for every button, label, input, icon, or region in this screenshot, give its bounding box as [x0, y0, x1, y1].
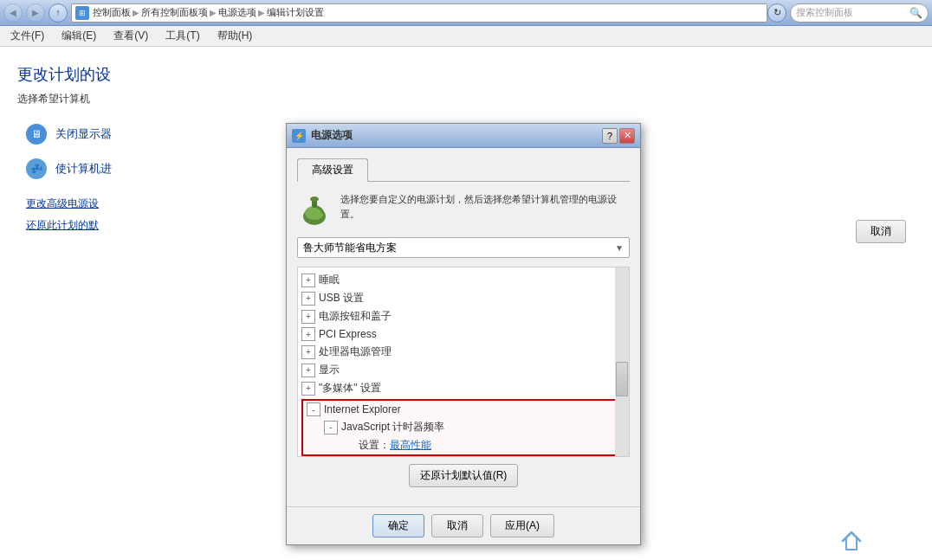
breadcrumb-sep-1: ▶ [133, 8, 139, 17]
tree-expand-usb[interactable]: + [301, 292, 315, 306]
tree-expand-display[interactable]: + [301, 364, 315, 377]
breadcrumb-part-2: 所有控制面板项 [141, 6, 208, 19]
watermark-brand: 爱纯净 [867, 528, 925, 544]
tree-label-js-timer: JavaScript 计时器频率 [341, 420, 444, 434]
tree-item-power-buttons[interactable]: + 电源按钮和盖子 [298, 307, 629, 325]
menu-view[interactable]: 查看(V) [107, 27, 155, 45]
tree-item-sleep[interactable]: + 睡眠 [298, 271, 629, 289]
menu-bar: 文件(F) 编辑(E) 查看(V) 工具(T) 帮助(H) [0, 26, 932, 47]
tab-strip: 高级设置 [297, 158, 630, 182]
tree-label-ie: Internet Explorer [324, 403, 401, 415]
title-bar: ◀ ▶ ↑ ⊞ 控制面板 ▶ 所有控制面板项 ▶ 电源选项 ▶ 编辑计划设置 ↻… [0, 0, 932, 26]
tree-item-usb[interactable]: + USB 设置 [298, 289, 629, 307]
modal-title-text: 电源选项 [311, 128, 353, 143]
breadcrumb-part-4: 编辑计划设置 [267, 6, 324, 19]
power-options-dialog: ⚡ 电源选项 ? ✕ 高级设置 [286, 123, 641, 545]
ie-highlight-section: - Internet Explorer - JavaScript 计时器频率 设… [301, 399, 625, 456]
title-bar-right: ↻ 搜索控制面板 🔍 [767, 3, 929, 23]
power-plan-icon [297, 192, 332, 227]
info-section: 选择您要自定义的电源计划，然后选择您希望计算机管理的电源设置。 [297, 192, 630, 227]
tree-expand-ie[interactable]: - [307, 402, 320, 416]
search-placeholder: 搜索控制面板 [796, 6, 853, 19]
breadcrumb-part-1: 控制面板 [93, 6, 131, 19]
tree-expand-power-buttons[interactable]: + [301, 310, 315, 324]
modal-overlay: ⚡ 电源选项 ? ✕ 高级设置 [0, 47, 932, 560]
tree-expand-js-timer[interactable]: - [324, 421, 338, 434]
tree-expand-sleep[interactable]: + [301, 274, 315, 287]
modal-controls: ? ✕ [602, 128, 635, 144]
apply-button[interactable]: 应用(A) [490, 514, 554, 537]
modal-footer: 确定 取消 应用(A) [287, 506, 640, 544]
scrollbar-thumb[interactable] [616, 362, 628, 396]
modal-app-icon: ⚡ [292, 129, 306, 143]
modal-info-text: 选择您要自定义的电源计划，然后选择您希望计算机管理的电源设置。 [340, 192, 630, 221]
tree-item-display[interactable]: + 显示 [298, 361, 629, 379]
menu-edit[interactable]: 编辑(E) [55, 27, 103, 45]
breadcrumb: 控制面板 ▶ 所有控制面板项 ▶ 电源选项 ▶ 编辑计划设置 [93, 6, 324, 19]
back-button[interactable]: ◀ [3, 3, 23, 23]
search-box[interactable]: 搜索控制面板 🔍 [790, 3, 929, 23]
modal-title-group: ⚡ 电源选项 [292, 128, 353, 143]
menu-tools[interactable]: 工具(T) [159, 27, 206, 45]
restore-defaults-button[interactable]: 还原计划默认值(R) [409, 464, 519, 487]
tree-expand-multimedia[interactable]: + [301, 382, 315, 396]
tree-expand-pci[interactable]: + [301, 327, 315, 341]
address-bar[interactable]: ⊞ 控制面板 ▶ 所有控制面板项 ▶ 电源选项 ▶ 编辑计划设置 [71, 3, 767, 23]
menu-file[interactable]: 文件(F) [3, 27, 51, 45]
cancel-button[interactable]: 取消 [431, 514, 483, 537]
modal-titlebar: ⚡ 电源选项 ? ✕ [287, 124, 640, 148]
modal-help-button[interactable]: ? [602, 128, 618, 144]
watermark-text-group: 爱纯净 aichunjing.com [867, 528, 925, 553]
tree-label-max-perf[interactable]: 最高性能 [390, 438, 431, 453]
watermark: 爱纯净 aichunjing.com [839, 528, 925, 553]
search-icon: 🔍 [909, 7, 922, 19]
tree-label-display: 显示 [319, 363, 340, 377]
setting-prefix: 设置： [359, 438, 390, 453]
breadcrumb-part-3: 电源选项 [218, 6, 256, 19]
watermark-url: aichunjing.com [867, 544, 925, 553]
tree-item-ie[interactable]: - Internet Explorer [303, 401, 624, 418]
tree-label-usb: USB 设置 [319, 291, 364, 306]
title-bar-left: ◀ ▶ ↑ ⊞ 控制面板 ▶ 所有控制面板项 ▶ 电源选项 ▶ 编辑计划设置 [3, 3, 767, 23]
content-area: 更改计划的设 选择希望计算机 🖥 关闭显示器 💤 使计算机进 更改高级电源设 还… [0, 47, 932, 560]
tree-label-pci: PCI Express [319, 328, 377, 340]
forward-button[interactable]: ▶ [26, 3, 45, 23]
breadcrumb-sep-2: ▶ [210, 8, 217, 17]
modal-body: 高级设置 [287, 148, 640, 506]
plan-dropdown-value: 鲁大师节能省电方案 [303, 241, 397, 255]
address-icon: ⊞ [75, 6, 89, 20]
modal-close-button[interactable]: ✕ [619, 128, 635, 144]
ok-button[interactable]: 确定 [372, 514, 424, 537]
main-window: ◀ ▶ ↑ ⊞ 控制面板 ▶ 所有控制面板项 ▶ 电源选项 ▶ 编辑计划设置 ↻… [0, 0, 932, 560]
tree-expand-processor[interactable]: + [301, 345, 315, 359]
refresh-button[interactable]: ↻ [767, 3, 786, 23]
dropdown-arrow-icon: ▼ [615, 243, 624, 253]
tree-item-processor[interactable]: + 处理器电源管理 [298, 343, 629, 361]
settings-tree[interactable]: + 睡眠 + USB 设置 + 电源按钮和盖子 + [297, 267, 630, 457]
menu-help[interactable]: 帮助(H) [210, 27, 260, 45]
tree-label-sleep: 睡眠 [319, 273, 340, 287]
tree-item-pci[interactable]: + PCI Express [298, 325, 629, 343]
tab-advanced[interactable]: 高级设置 [297, 158, 368, 182]
tree-item-multimedia[interactable]: + "多媒体" 设置 [298, 379, 629, 397]
tree-label-power-buttons: 电源按钮和盖子 [319, 309, 392, 324]
up-button[interactable]: ↑ [49, 3, 68, 23]
svg-point-3 [310, 196, 319, 202]
tree-label-processor: 处理器电源管理 [319, 344, 392, 359]
tree-item-setting: 设置： 最高性能 [338, 436, 624, 454]
plan-dropdown[interactable]: 鲁大师节能省电方案 ▼ [297, 237, 630, 258]
watermark-icon [839, 529, 864, 553]
tree-scrollbar[interactable] [615, 267, 629, 456]
breadcrumb-sep-3: ▶ [258, 8, 265, 17]
tree-item-js-timer[interactable]: - JavaScript 计时器频率 [320, 418, 624, 436]
tree-label-multimedia: "多媒体" 设置 [319, 381, 381, 396]
